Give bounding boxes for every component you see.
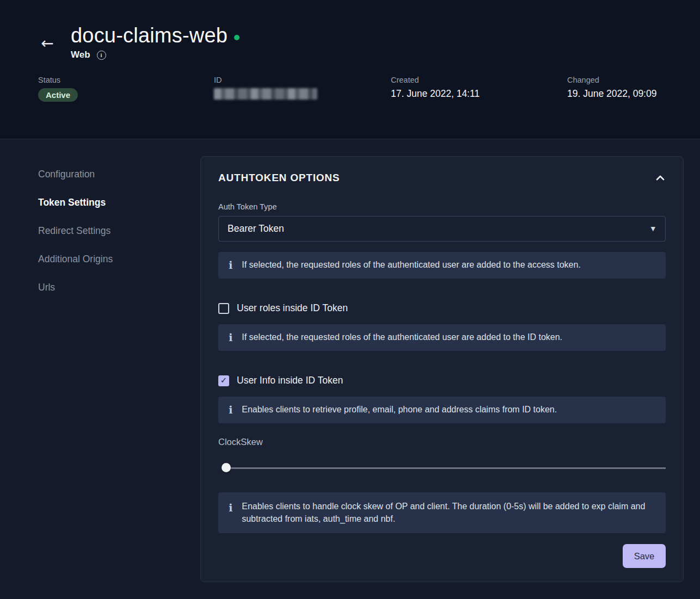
app-header: ← docu-claims-web Web i Status Active ID… [0, 0, 700, 139]
info-icon: ℹ [229, 405, 232, 415]
sidebar-item-configuration[interactable]: Configuration [38, 160, 200, 188]
info-text: Enables clients to retrieve profile, ema… [242, 404, 557, 416]
settings-sidenav: Configuration Token Settings Redirect Se… [0, 139, 200, 599]
info-box-access-token: ℹ If selected, the requested roles of th… [218, 252, 666, 279]
chevron-up-icon[interactable] [655, 173, 666, 183]
info-box-clockskew: ℹ Enables clients to handle clock skew o… [218, 492, 666, 533]
id-label: ID [214, 76, 391, 84]
meta-created: Created 17. June 2022, 14:11 [391, 76, 567, 102]
status-label: Status [38, 76, 214, 84]
status-badge: Active [38, 88, 78, 102]
info-icon: ℹ [229, 503, 232, 513]
meta-row: Status Active ID Created 17. June 2022, … [38, 76, 662, 102]
authtoken-options-card: AUTHTOKEN OPTIONS Auth Token Type Bearer… [200, 156, 684, 582]
sidebar-item-urls[interactable]: Urls [38, 273, 200, 301]
slider-thumb[interactable] [222, 463, 231, 472]
user-roles-checkbox-row[interactable]: ✓ User roles inside ID Token [218, 302, 666, 314]
info-text: Enables clients to handle clock skew of … [242, 501, 653, 525]
sidebar-item-additional-origins[interactable]: Additional Origins [38, 245, 200, 273]
sidebar-item-token-settings[interactable]: Token Settings [38, 188, 200, 217]
user-info-checkbox-label: User Info inside ID Token [237, 375, 343, 386]
meta-changed: Changed 19. June 2022, 09:09 [567, 76, 662, 102]
clockskew-label: ClockSkew [218, 437, 666, 447]
slider-track [224, 467, 666, 469]
user-info-checkbox-row[interactable]: ✓ User Info inside ID Token [218, 375, 666, 386]
id-value-redacted [214, 88, 317, 100]
info-text: If selected, the requested roles of the … [242, 331, 562, 344]
changed-label: Changed [567, 76, 662, 84]
back-arrow-icon[interactable]: ← [38, 36, 57, 51]
meta-id: ID [214, 76, 391, 102]
user-roles-checkbox-label: User roles inside ID Token [237, 302, 348, 314]
info-icon: ℹ [229, 260, 232, 270]
created-label: Created [391, 76, 567, 84]
info-box-userinfo: ℹ Enables clients to retrieve profile, e… [218, 397, 666, 423]
card-title: AUTHTOKEN OPTIONS [218, 172, 340, 184]
info-icon[interactable]: i [97, 51, 106, 60]
auth-token-type-label: Auth Token Type [218, 202, 666, 211]
save-button[interactable]: Save [623, 544, 666, 568]
app-type-label: Web [71, 50, 90, 60]
auth-token-type-select[interactable]: Bearer Token ▼ [218, 216, 666, 242]
meta-status: Status Active [38, 76, 214, 102]
status-dot-icon [234, 35, 240, 40]
page-title: docu-claims-web [71, 24, 228, 47]
chevron-down-icon: ▼ [651, 225, 655, 232]
auth-token-type-value: Bearer Token [228, 223, 284, 234]
check-icon: ✓ [220, 376, 228, 385]
created-value: 17. June 2022, 14:11 [391, 88, 567, 100]
user-info-checkbox[interactable]: ✓ [218, 375, 229, 386]
info-icon: ℹ [229, 332, 232, 343]
user-roles-checkbox[interactable]: ✓ [218, 303, 229, 314]
clockskew-slider[interactable] [224, 463, 666, 473]
sidebar-item-redirect-settings[interactable]: Redirect Settings [38, 217, 200, 245]
changed-value: 19. June 2022, 09:09 [567, 88, 662, 100]
info-box-id-token: ℹ If selected, the requested roles of th… [218, 324, 666, 351]
info-text: If selected, the requested roles of the … [242, 259, 581, 271]
